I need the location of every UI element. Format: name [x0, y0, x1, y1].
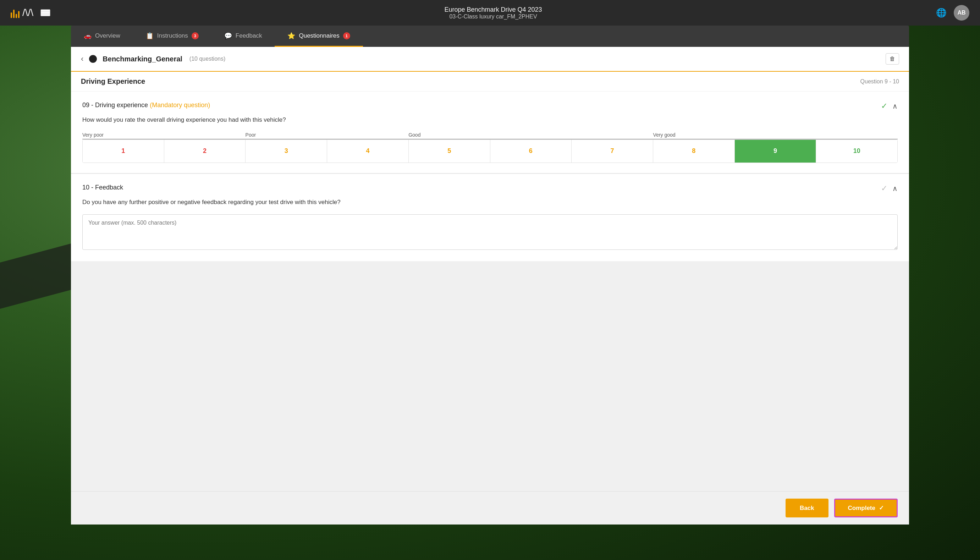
rating-cell-2[interactable]: 2 — [164, 140, 246, 163]
questions-container: Driving Experience Question 9 - 10 09 - … — [71, 72, 909, 491]
label-good-text: Good — [408, 132, 653, 139]
label-good-line — [408, 139, 653, 140]
tab-feedback[interactable]: 💬 Feedback — [211, 25, 275, 47]
feedback-textarea[interactable] — [82, 214, 898, 250]
instructions-badge: 3 — [191, 32, 199, 39]
rating-cell-9[interactable]: 9 — [735, 140, 817, 163]
back-button[interactable]: Back — [785, 498, 829, 517]
question-10-header: 10 - Feedback ✓ ∧ — [82, 184, 898, 193]
question-9-text: How would you rate the overall driving e… — [82, 117, 898, 123]
label-very-good-text: Very good — [653, 132, 898, 139]
logo-chevrons-icon: /\ /\ — [22, 8, 33, 18]
label-poor-line — [246, 139, 409, 140]
complete-check-icon: ✓ — [879, 504, 884, 512]
tab-bar: 🚗 Overview 📋 Instructions 3 💬 Feedback ⭐… — [71, 25, 909, 47]
logo: /\ /\ — [11, 7, 33, 18]
hamburger-button[interactable] — [40, 9, 50, 16]
rating-scale: Very poor Poor Good — [82, 132, 898, 163]
tab-instructions-label: Instructions — [157, 32, 188, 39]
rating-cell-5[interactable]: 5 — [409, 140, 490, 163]
tab-questionnaires-label: Questionnaires — [299, 32, 339, 39]
question-9-label: 09 - Driving experience (Mandatory quest… — [82, 102, 210, 109]
question-10-label: 10 - Feedback — [82, 184, 123, 191]
question-card-9: 09 - Driving experience (Mandatory quest… — [71, 92, 909, 173]
tab-feedback-label: Feedback — [236, 32, 262, 39]
header-left: /\ /\ — [11, 7, 50, 18]
complete-label: Complete — [848, 505, 875, 512]
question-card-10: 10 - Feedback ✓ ∧ Do you have any furthe… — [71, 174, 909, 261]
question-9-actions: ✓ ∧ — [881, 102, 898, 111]
section-question-num: Question 9 - 10 — [860, 78, 899, 85]
instructions-icon: 📋 — [146, 32, 154, 40]
question-10-actions: ✓ ∧ — [881, 184, 898, 193]
rating-cell-1[interactable]: 1 — [83, 140, 164, 163]
mandatory-marker: (Mandatory question) — [150, 102, 210, 108]
tab-overview[interactable]: 🚗 Overview — [71, 25, 133, 47]
questionnaire-delete-button[interactable]: 🗑 — [886, 53, 899, 65]
content-area: ‹ Benchmarking_General (10 questions) 🗑 … — [71, 47, 909, 525]
rating-cell-10[interactable]: 10 — [816, 140, 897, 163]
collapse-q10-button[interactable]: ∧ — [892, 184, 898, 193]
main-panel: 🚗 Overview 📋 Instructions 3 💬 Feedback ⭐… — [71, 25, 909, 525]
tab-instructions[interactable]: 📋 Instructions 3 — [133, 25, 211, 47]
feedback-icon: 💬 — [224, 32, 232, 40]
label-poor: Poor — [246, 132, 409, 140]
questionnaire-subtitle: (10 questions) — [190, 56, 225, 62]
section-title-bar: Driving Experience Question 9 - 10 — [71, 72, 909, 91]
rating-labels-row: Very poor Poor Good — [82, 132, 898, 140]
rating-cell-7[interactable]: 7 — [572, 140, 653, 163]
logo-bars-icon — [11, 7, 20, 18]
header-center: Europe Benchmark Drive Q4 2023 03-C-Clas… — [444, 6, 542, 20]
questionnaires-icon: ⭐ — [288, 32, 295, 40]
rating-cell-6[interactable]: 6 — [490, 140, 572, 163]
avatar[interactable]: AB — [954, 5, 969, 21]
rating-cell-4[interactable]: 4 — [327, 140, 409, 163]
questionnaire-header: ‹ Benchmarking_General (10 questions) 🗑 — [71, 47, 909, 72]
label-poor-text: Poor — [246, 132, 409, 139]
top-header: /\ /\ Europe Benchmark Drive Q4 2023 03-… — [0, 0, 980, 25]
question-10-text: Do you have any further positive or nega… — [82, 199, 898, 206]
complete-button[interactable]: Complete ✓ — [834, 498, 898, 517]
questionnaire-back-button[interactable]: ‹ — [81, 54, 83, 63]
questionnaires-badge: 1 — [343, 32, 350, 39]
label-very-poor: Very poor — [82, 132, 246, 140]
collapse-q9-button[interactable]: ∧ — [892, 102, 898, 110]
label-very-good-line — [653, 139, 898, 140]
questionnaire-title: Benchmarking_General — [103, 55, 182, 63]
header-title-sub: 03-C-Class luxury car_FM_2PHEV — [444, 13, 542, 20]
section-title: Driving Experience — [81, 77, 145, 85]
header-right: 🌐 AB — [936, 5, 969, 21]
questionnaire-dot — [89, 55, 97, 63]
label-very-poor-text: Very poor — [82, 132, 246, 139]
unanswered-check-icon: ✓ — [881, 184, 887, 193]
rating-cells: 1 2 3 4 5 6 7 8 9 10 — [82, 140, 898, 163]
globe-button[interactable]: 🌐 — [936, 8, 947, 18]
header-title-main: Europe Benchmark Drive Q4 2023 — [444, 6, 542, 13]
tab-overview-label: Overview — [95, 32, 120, 39]
label-good: Good — [408, 132, 653, 140]
footer-buttons: Back Complete ✓ — [71, 491, 909, 525]
label-very-poor-line — [82, 139, 246, 140]
label-very-good: Very good — [653, 132, 898, 140]
question-9-header: 09 - Driving experience (Mandatory quest… — [82, 102, 898, 111]
overview-icon: 🚗 — [84, 32, 92, 40]
rating-cell-3[interactable]: 3 — [246, 140, 327, 163]
answered-check-icon: ✓ — [881, 102, 887, 111]
tab-questionnaires[interactable]: ⭐ Questionnaires 1 — [275, 25, 363, 47]
rating-cell-8[interactable]: 8 — [653, 140, 735, 163]
